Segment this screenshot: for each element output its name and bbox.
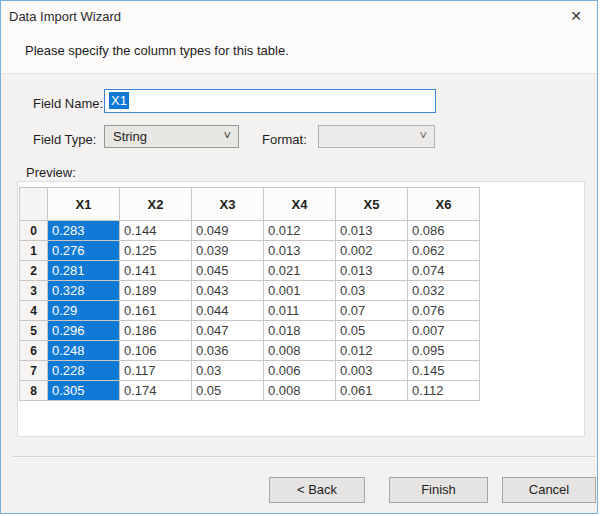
chevron-down-icon: ˅ [223,128,231,143]
table-cell[interactable]: 0.141 [120,261,192,281]
table-cell[interactable]: 0.047 [192,321,264,341]
field-name-input[interactable]: X1 [104,89,436,113]
table-cell[interactable]: 0.05 [192,381,264,401]
table-cell[interactable]: 0.106 [120,341,192,361]
table-cell[interactable]: 0.281 [48,261,120,281]
row-header: 7 [20,361,48,381]
preview-table: X1X2X3X4X5X6 00.2830.1440.0490.0120.0130… [19,187,480,401]
column-header-X2[interactable]: X2 [120,188,192,221]
table-cell[interactable]: 0.045 [192,261,264,281]
table-cell[interactable]: 0.011 [264,301,336,321]
row-header: 2 [20,261,48,281]
data-import-wizard-dialog: Data Import Wizard ✕ Please specify the … [0,0,598,514]
field-name-label: Field Name: [33,96,103,111]
table-cell[interactable]: 0.186 [120,321,192,341]
preview-table-body: 00.2830.1440.0490.0120.0130.08610.2760.1… [20,221,480,401]
table-cell[interactable]: 0.013 [264,241,336,261]
table-cell[interactable]: 0.144 [120,221,192,241]
table-cell[interactable]: 0.228 [48,361,120,381]
row-header: 4 [20,301,48,321]
table-cell[interactable]: 0.008 [264,381,336,401]
table-cell[interactable]: 0.189 [120,281,192,301]
table-row: 00.2830.1440.0490.0120.0130.086 [20,221,480,241]
table-cell[interactable]: 0.145 [408,361,480,381]
row-header: 6 [20,341,48,361]
table-cell[interactable]: 0.013 [336,261,408,281]
table-cell[interactable]: 0.049 [192,221,264,241]
table-cell[interactable]: 0.07 [336,301,408,321]
column-header-X4[interactable]: X4 [264,188,336,221]
table-cell[interactable]: 0.29 [48,301,120,321]
table-cell[interactable]: 0.112 [408,381,480,401]
table-row: 20.2810.1410.0450.0210.0130.074 [20,261,480,281]
table-cell[interactable]: 0.161 [120,301,192,321]
column-header-X1[interactable]: X1 [48,188,120,221]
table-cell[interactable]: 0.283 [48,221,120,241]
table-cell[interactable]: 0.062 [408,241,480,261]
table-cell[interactable]: 0.328 [48,281,120,301]
format-label: Format: [262,132,307,147]
table-cell[interactable]: 0.076 [408,301,480,321]
table-cell[interactable]: 0.003 [336,361,408,381]
table-cell[interactable]: 0.036 [192,341,264,361]
table-cell[interactable]: 0.061 [336,381,408,401]
button-separator [13,456,595,458]
table-cell[interactable]: 0.018 [264,321,336,341]
table-cell[interactable]: 0.006 [264,361,336,381]
table-cell[interactable]: 0.013 [336,221,408,241]
chevron-down-icon: ˅ [419,128,427,143]
column-header-X6[interactable]: X6 [408,188,480,221]
table-row: 70.2280.1170.030.0060.0030.145 [20,361,480,381]
preview-label: Preview: [26,165,76,180]
table-corner-cell [20,188,48,221]
table-row: 10.2760.1250.0390.0130.0020.062 [20,241,480,261]
table-cell[interactable]: 0.086 [408,221,480,241]
table-cell[interactable]: 0.074 [408,261,480,281]
table-cell[interactable]: 0.03 [192,361,264,381]
row-header: 5 [20,321,48,341]
table-cell[interactable]: 0.043 [192,281,264,301]
table-cell[interactable]: 0.039 [192,241,264,261]
table-row: 60.2480.1060.0360.0080.0120.095 [20,341,480,361]
field-type-dropdown[interactable]: String ˅ [104,125,239,148]
table-row: 40.290.1610.0440.0110.070.076 [20,301,480,321]
table-cell[interactable]: 0.117 [120,361,192,381]
table-cell[interactable]: 0.05 [336,321,408,341]
table-cell[interactable]: 0.125 [120,241,192,261]
dialog-header-section: Data Import Wizard ✕ Please specify the … [1,1,597,74]
table-row: 30.3280.1890.0430.0010.030.032 [20,281,480,301]
close-icon[interactable]: ✕ [560,4,592,29]
row-header: 8 [20,381,48,401]
table-cell[interactable]: 0.007 [408,321,480,341]
table-cell[interactable]: 0.305 [48,381,120,401]
format-dropdown[interactable]: ˅ [318,125,435,148]
table-cell[interactable]: 0.03 [336,281,408,301]
table-cell[interactable]: 0.248 [48,341,120,361]
table-cell[interactable]: 0.095 [408,341,480,361]
table-cell[interactable]: 0.032 [408,281,480,301]
table-cell[interactable]: 0.002 [336,241,408,261]
row-header: 0 [20,221,48,241]
column-header-X3[interactable]: X3 [192,188,264,221]
window-title: Data Import Wizard [9,9,121,24]
table-cell[interactable]: 0.296 [48,321,120,341]
column-header-X5[interactable]: X5 [336,188,408,221]
row-header: 1 [20,241,48,261]
back-button[interactable]: < Back [269,477,365,503]
field-name-selected-text: X1 [109,92,129,109]
table-cell[interactable]: 0.174 [120,381,192,401]
table-cell[interactable]: 0.044 [192,301,264,321]
table-cell[interactable]: 0.021 [264,261,336,281]
row-header: 3 [20,281,48,301]
finish-button[interactable]: Finish [389,477,488,503]
table-cell[interactable]: 0.012 [264,221,336,241]
cancel-button[interactable]: Cancel [502,477,596,503]
preview-grid-area: X1X2X3X4X5X6 00.2830.1440.0490.0120.0130… [17,181,585,437]
field-type-label: Field Type: [33,132,96,147]
instruction-text: Please specify the column types for this… [25,43,289,58]
field-type-value: String [113,129,214,144]
table-cell[interactable]: 0.012 [336,341,408,361]
table-cell[interactable]: 0.276 [48,241,120,261]
table-cell[interactable]: 0.001 [264,281,336,301]
table-cell[interactable]: 0.008 [264,341,336,361]
